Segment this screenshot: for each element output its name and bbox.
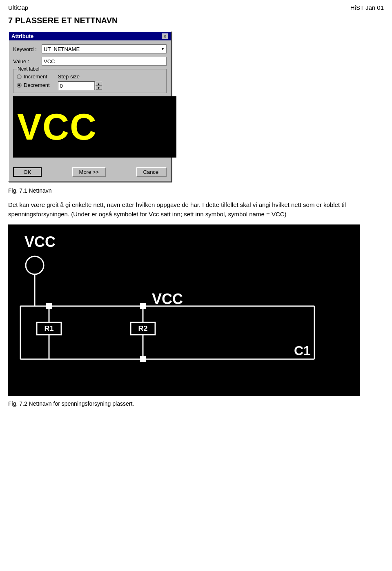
circuit-svg: VCC R1 R2 VCC C1	[8, 224, 360, 396]
value-input[interactable]: VCC	[42, 57, 167, 66]
keyword-label: Keyword :	[13, 46, 42, 52]
close-button[interactable]: ×	[162, 33, 168, 39]
dialog-body: Keyword : UT_NETNAME ▼ Value : VCC Next …	[9, 40, 171, 165]
svg-text:R1: R1	[44, 324, 53, 333]
doc-name: HiST Jan 01	[350, 4, 384, 11]
increment-radio[interactable]	[17, 74, 22, 79]
value-row: Value : VCC	[13, 57, 167, 66]
more-button[interactable]: More >>	[72, 167, 106, 177]
svg-rect-0	[8, 224, 360, 396]
fig1-caption: Fig. 7.1 Nettnavn	[8, 187, 384, 194]
ok-button[interactable]: OK	[13, 167, 42, 177]
dialog-titlebar: Attribute ×	[9, 32, 171, 40]
decrement-label: Decrement	[24, 82, 50, 88]
dialog-buttons-row: OK More >> Cancel	[9, 165, 171, 181]
svg-text:R2: R2	[138, 324, 147, 333]
vcc-preview: VCC	[13, 96, 176, 158]
radio-column: Increment Decrement	[17, 73, 50, 88]
dialog-title: Attribute	[11, 33, 33, 39]
vcc-preview-text: VCC	[17, 106, 97, 148]
step-size-input-wrapper: 0 ▲ ▼	[58, 81, 102, 90]
step-size-input[interactable]: 0	[58, 81, 95, 90]
section-title: 7 PLASSERE ET NETTNAVN	[8, 16, 384, 25]
value-label: Value :	[13, 58, 42, 64]
svg-rect-17	[140, 356, 146, 362]
keyword-row: Keyword : UT_NETNAME ▼	[13, 44, 167, 53]
app-name: UltiCap	[8, 4, 28, 11]
svg-rect-15	[46, 303, 52, 309]
attribute-dialog: Attribute × Keyword : UT_NETNAME ▼ Value…	[8, 31, 172, 182]
next-label-group: Next label Increment Decrement Step	[13, 69, 167, 93]
cancel-button[interactable]: Cancel	[136, 167, 167, 177]
vcc-top-label: VCC	[24, 233, 56, 250]
step-size-label: Step size	[58, 73, 102, 80]
body-text: Det kan være greit å gi enkelte nett, na…	[8, 200, 384, 219]
dialog-wrapper: Attribute × Keyword : UT_NETNAME ▼ Value…	[8, 31, 384, 182]
decrement-radio[interactable]	[17, 83, 22, 88]
step-size-column: Step size 0 ▲ ▼	[58, 73, 102, 90]
spinner: ▲ ▼	[96, 82, 102, 90]
next-label-content: Increment Decrement Step size 0	[17, 73, 163, 90]
next-label-legend: Next label	[17, 66, 40, 72]
circuit-diagram: VCC R1 R2 VCC C1	[8, 224, 360, 396]
keyword-select[interactable]: UT_NETNAME ▼	[42, 44, 167, 53]
page-header: UltiCap HiST Jan 01	[8, 4, 384, 11]
increment-radio-row[interactable]: Increment	[17, 73, 50, 80]
spin-down-button[interactable]: ▼	[96, 86, 102, 90]
decrement-radio-row[interactable]: Decrement	[17, 82, 50, 88]
svg-text:C1: C1	[294, 343, 311, 358]
fig2-caption: Fig. 7.2 Nettnavn for spenningsforsyning…	[8, 400, 384, 408]
svg-rect-16	[140, 303, 146, 309]
chevron-down-icon: ▼	[161, 47, 165, 51]
fig2-caption-text: Fig. 7.2 Nettnavn for spenningsforsyning…	[8, 400, 134, 408]
spin-up-button[interactable]: ▲	[96, 82, 102, 86]
svg-text:VCC: VCC	[152, 291, 183, 307]
increment-label: Increment	[24, 73, 47, 80]
